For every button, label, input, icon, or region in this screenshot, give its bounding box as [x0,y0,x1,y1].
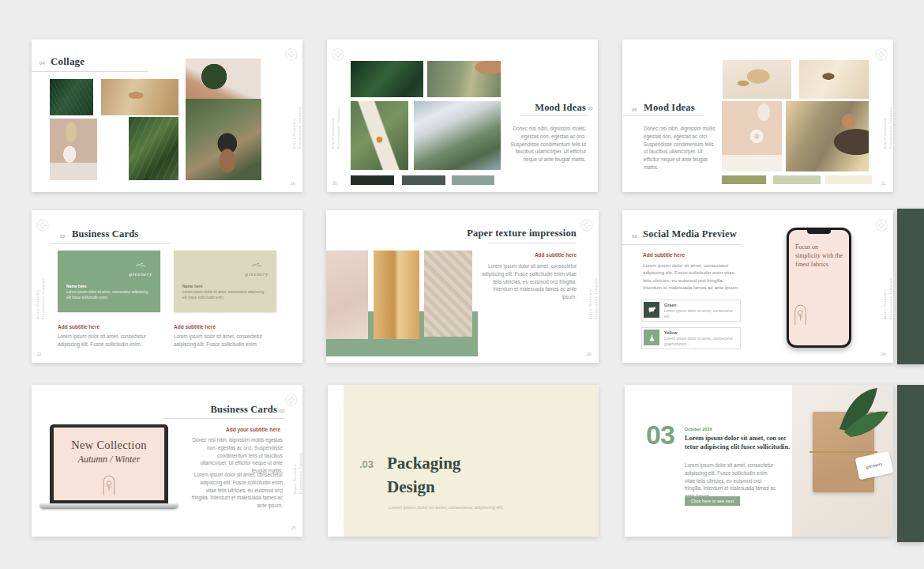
adjacent-slide-edge[interactable] [897,385,924,542]
slide-collage[interactable]: 04 Collage Brand GuidelinePresentation T… [32,40,302,192]
photo-vase-still-life [50,119,97,180]
section-number: 03 [646,421,674,448]
title-rule [32,71,148,72]
body-text: Lorem ipsum dolor sit amet, consectetur … [480,262,577,301]
slide-mood-ideas-beige[interactable]: 06 Mood Ideas Donec nisi nibh, dignissim… [622,40,893,192]
slide-title: Business Cards [72,228,138,240]
photo-fern-in-water [427,61,501,97]
photo-cosmetic-tube [351,101,408,170]
slide-rail-caption: Brand GuidelinePresentation Template [331,107,340,149]
photo-gift-package: greenery [792,385,893,537]
slide-number: 02 [632,234,637,239]
title-rule [520,115,588,116]
business-card-green: greenery Name here Lorem ipsum dolor sit… [58,251,160,312]
section-headline: Lorem ipsum dolor sit amet, con sec tetu… [685,434,791,452]
slide-business-cards-laptop[interactable]: Business Cards 02 Add your subtitle here… [32,385,302,537]
slide-section-03[interactable]: 03 October 203X Lorem ipsum dolor sit am… [625,385,893,537]
photo-dried-flowers [723,60,791,99]
slide-title: Mood Ideas [644,102,695,114]
body-text: Lorem ipsum dolor sit amet, consectetur … [685,462,778,500]
feature-icon-box [644,302,659,318]
color-swatch [452,175,494,185]
section-title: Packaging Design [387,451,490,499]
ornament-logo-icon [332,48,344,61]
subtitle-placeholder: Add subtitle here [535,252,577,258]
page-number: 30 [332,181,337,186]
slide-title: Collage [51,55,85,68]
feature-icon-box [644,330,659,345]
slide-number: 02 [60,234,66,239]
title-rule [623,115,703,116]
slide-social-media-preview[interactable]: 02 Social Media Preview Add subtitle her… [622,210,893,363]
caption-text: Lorem ipsum dolor sit amet, consectetur … [174,333,280,349]
page-number: 24 [881,352,886,356]
chat-bubble-icon [648,306,656,315]
photo-woman-with-plants [186,99,261,180]
leaf-sprig-icon [250,262,263,268]
leaf-sprig-icon [134,262,147,268]
feature-item-green: Green Lorem ipsum dolor sit amet, consec… [641,300,741,322]
photo-beige-drape-leaf [799,60,869,99]
slide-business-cards-mockup[interactable]: Brand GuidelinePresentation Template 22 … [32,210,302,363]
subtitle-placeholder: Add subtitle here [58,324,100,330]
ornament-logo-icon [285,48,298,61]
slide-number: 04 [39,61,45,66]
body-text: Lorem ipsum dolor sit amet, consectetur … [643,262,744,292]
ornament-logo-icon [285,394,298,406]
template-preview-grid: 04 Collage Brand GuidelinePresentation T… [0,0,924,569]
color-swatch [351,175,394,185]
ornament-logo-icon [580,219,593,232]
laptop-base [39,503,178,509]
slide-rail-caption: Brand GuidelinePresentation Template [588,277,598,319]
title-rule [163,418,284,419]
page-number: 22 [37,352,42,356]
photo-donut-vase [722,101,782,171]
slide-title: Mood Ideas [535,102,586,114]
subtitle-placeholder: Add your subtitle here [226,427,280,432]
body-text: Donec nisi nibh, dignissim mollis egesta… [644,125,717,171]
flower-arch-icon [103,473,116,497]
left-white-strip [328,385,344,537]
slide-paper-texture[interactable]: Paper texture impression Add subtitle he… [326,210,599,363]
card-text: Lorem ipsum dolor sit amet, consectetur … [182,290,265,301]
phone-screen: Focus on simplicity with the finest fabr… [789,230,849,345]
body-text-1: Donec nisi nibh, dignissim mollis egesta… [190,436,283,475]
page-number: 26 [587,352,592,356]
slide-mood-ideas-green[interactable]: Brand GuidelinePresentation Template 30 … [327,40,598,192]
body-text-2: Lorem ipsum dolor sit amet, consectetur … [190,471,283,510]
slide-rail-caption: Brand GuidelinePresentation Template [36,277,45,319]
flask-icon [648,333,656,342]
photo-monstera [351,61,423,97]
photo-person-shadow-wall [786,101,869,171]
slide-packaging-design[interactable]: .03 Packaging Design Lorem ipsum dolor s… [328,385,599,537]
greenery-logo: greenery [246,257,269,277]
photo-paper-texture-gold [374,251,419,339]
body-text: Donec nisi nibh, dignissim mollis, egest… [507,125,586,164]
arch-flower-ornament [794,303,807,326]
phone-mockup: Focus on simplicity with the finest fabr… [787,228,851,348]
card-name: Name here [66,284,87,288]
slide-title: Business Cards [211,404,277,416]
slide-rail-caption: Brand GuidelinePresentation Template [883,277,892,319]
greenery-logo: greenery [130,257,152,277]
arch-flower-ornament [103,473,116,497]
title-rule [51,243,171,244]
title-rule [622,244,742,245]
card-text: Lorem ipsum dolor sit amet, consectetur … [66,290,148,301]
caption-text: Lorem ipsum dolor sit amet, consectetur … [58,333,164,349]
page-number: 31 [881,181,886,186]
adjacent-slide-edge[interactable] [897,209,924,364]
photo-banana-leaves [129,117,178,180]
color-swatch [402,175,445,185]
slide-number: 02 [280,409,285,413]
date-kicker: October 203X [685,427,712,431]
feature-item-yellow: Yellow Lorem ipsum dolor sit amet, conse… [641,327,741,349]
page-number: 16 [291,181,295,186]
phone-notch [807,230,831,234]
section-number: .03 [359,458,374,470]
photo-paper-texture-crumpled [424,251,472,337]
ornament-logo-icon [875,219,888,232]
laptop-screen: New Collection Autumn / Winter [54,428,164,500]
see-next-button[interactable]: Click here to see next [685,496,740,506]
flower-arch-icon [794,303,807,326]
